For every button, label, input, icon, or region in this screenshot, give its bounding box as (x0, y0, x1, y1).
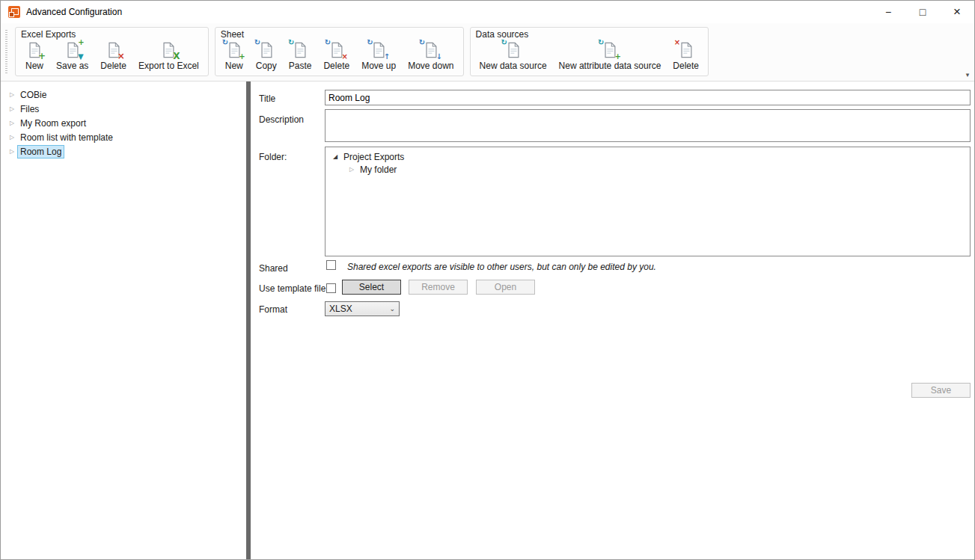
data-sources-delete-button[interactable]: × Delete (667, 40, 705, 72)
folder-item-project-exports[interactable]: ◢ Project Exports (325, 150, 970, 163)
move-up-icon: ↻ ↑ (369, 40, 388, 60)
excel-exports-new-button[interactable]: + New (19, 40, 50, 72)
folder-item-my-folder[interactable]: ▷ My folder (325, 163, 970, 176)
refresh-badge-icon: ↻ (598, 39, 604, 46)
refresh-badge-icon: ↻ (419, 39, 425, 46)
new-attribute-data-source-icon: ↻ + (600, 40, 620, 60)
delete-document-icon: × (104, 40, 123, 60)
group-label: Excel Exports (19, 28, 205, 40)
use-template-file-checkbox[interactable] (326, 283, 336, 293)
refresh-badge-icon: ↻ (288, 39, 294, 46)
plus-badge-icon: + (239, 53, 245, 61)
save-as-icon: + ▼ (63, 40, 82, 60)
cross-badge-icon: × (341, 53, 347, 61)
format-label: Format (259, 304, 287, 315)
title-label: Title (259, 93, 275, 104)
copy-sheet-icon: ↻ (257, 40, 276, 60)
plus-badge-icon: + (615, 53, 621, 61)
toolbar-group-sheet: Sheet ↻ + New ↻ Copy (215, 27, 464, 76)
chevron-right-icon[interactable]: ▷ (7, 91, 17, 98)
arrow-up-badge-icon: ↑ (384, 53, 390, 61)
toolbar-overflow-chevron-icon[interactable]: ▾ (963, 71, 972, 79)
toolbar-group-data-sources: Data sources ↻ New data source ↻ + New a (470, 27, 709, 76)
shared-checkbox[interactable] (326, 260, 336, 270)
maximize-icon: □ (920, 6, 926, 18)
chevron-right-icon[interactable]: ▷ (7, 120, 17, 126)
refresh-badge-icon: ↻ (325, 39, 331, 46)
open-template-button[interactable]: Open (476, 280, 535, 295)
close-button[interactable]: × (940, 1, 974, 23)
remove-template-button[interactable]: Remove (409, 280, 468, 295)
cross-badge-icon: × (117, 52, 125, 61)
sheet-move-down-button[interactable]: ↻ ↓ Move down (402, 40, 459, 72)
chevron-expanded-icon[interactable]: ◢ (330, 153, 340, 160)
sheet-new-button[interactable]: ↻ + New (218, 40, 250, 72)
plus-badge-icon: + (78, 39, 84, 46)
sheet-move-up-button[interactable]: ↻ ↑ Move up (355, 40, 402, 72)
description-input[interactable] (325, 109, 971, 142)
format-selected-value: XLSX (329, 304, 352, 314)
chevron-right-icon[interactable]: ▷ (7, 134, 17, 141)
new-attribute-data-source-button[interactable]: ↻ + New attribute data source (553, 40, 667, 72)
sheet-delete-button[interactable]: ↻ × Delete (317, 40, 355, 72)
group-label: Data sources (474, 28, 705, 40)
export-tree-panel: ▷ COBie ▷ Files ▷ My Room export ▷ Room … (1, 81, 246, 559)
title-input[interactable] (325, 90, 971, 105)
refresh-badge-icon: ↻ (222, 39, 228, 46)
advanced-configuration-window: Advanced Configuration − □ × Excel Expor… (0, 0, 975, 560)
chevron-right-icon[interactable]: ▷ (7, 148, 17, 155)
close-icon: × (953, 4, 961, 19)
use-template-file-label: Use template file (259, 283, 325, 294)
app-icon (8, 6, 20, 18)
delete-sheet-icon: ↻ × (327, 40, 346, 60)
excel-badge-icon: X (173, 52, 180, 61)
chevron-right-icon[interactable]: ▷ (7, 105, 17, 112)
arrow-down-badge-icon: ↓ (435, 53, 441, 61)
chevron-down-icon: ⌄ (389, 305, 395, 313)
tree-item-files[interactable]: ▷ Files (1, 102, 246, 116)
toolbar: Excel Exports + New + ▼ Save as (1, 23, 974, 81)
export-detail-panel: Title Description Folder: ◢ Project Expo… (251, 81, 974, 559)
delete-data-source-icon: × (676, 40, 696, 60)
sheet-copy-button[interactable]: ↻ Copy (250, 40, 283, 72)
tree-item-cobie[interactable]: ▷ COBie (1, 87, 246, 102)
window-title: Advanced Configuration (26, 7, 122, 17)
paste-sheet-icon: ↻ (290, 40, 310, 60)
window-controls: − □ × (871, 1, 974, 23)
plus-badge-icon: + (38, 52, 46, 61)
shared-label: Shared (259, 263, 288, 274)
move-down-icon: ↻ ↓ (421, 40, 441, 60)
toolbar-group-excel-exports: Excel Exports + New + ▼ Save as (15, 27, 209, 76)
tree-item-room-list-with-template[interactable]: ▷ Room list with template (1, 130, 246, 144)
export-to-excel-button[interactable]: X Export to Excel (132, 40, 205, 72)
save-button[interactable]: Save (911, 383, 971, 398)
description-label: Description (259, 114, 304, 125)
cross-badge-icon: × (674, 39, 680, 46)
export-to-excel-icon: X (159, 40, 178, 60)
folder-tree: ◢ Project Exports ▷ My folder (325, 147, 971, 256)
shared-hint-text: Shared excel exports are visible to othe… (347, 262, 656, 272)
refresh-badge-icon: ↻ (367, 39, 373, 46)
maximize-button[interactable]: □ (905, 1, 940, 23)
title-bar: Advanced Configuration − □ × (1, 1, 974, 23)
select-template-button[interactable]: Select (342, 280, 401, 295)
refresh-badge-icon: ↻ (254, 39, 260, 46)
new-data-source-icon: ↻ (504, 40, 523, 60)
format-dropdown[interactable]: XLSX ⌄ (325, 301, 400, 316)
minimize-button[interactable]: − (871, 1, 905, 23)
minimize-icon: − (885, 6, 891, 18)
save-arrow-icon: ▼ (78, 53, 84, 61)
new-sheet-icon: ↻ + (224, 40, 244, 60)
sheet-paste-button[interactable]: ↻ Paste (283, 40, 318, 72)
new-document-icon: + (25, 40, 44, 60)
tree-item-my-room-export[interactable]: ▷ My Room export (1, 116, 246, 130)
tree-item-room-log[interactable]: ▷ Room Log (1, 144, 246, 159)
refresh-badge-icon: ↻ (501, 39, 507, 46)
toolbar-grip[interactable] (5, 30, 7, 75)
excel-exports-delete-button[interactable]: × Delete (94, 40, 132, 72)
folder-label: Folder: (259, 152, 287, 162)
chevron-right-icon[interactable]: ▷ (346, 166, 357, 173)
excel-exports-save-as-button[interactable]: + ▼ Save as (50, 40, 94, 72)
new-data-source-button[interactable]: ↻ New data source (474, 40, 553, 72)
